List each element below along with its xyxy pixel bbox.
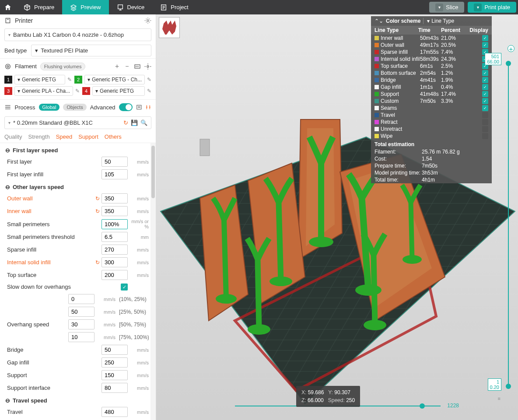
small-perimeters-threshold-input[interactable] bbox=[102, 232, 128, 242]
bed-type-dropdown[interactable]: ▾ Textured PEI Plate bbox=[31, 45, 151, 56]
overhang-input-0[interactable] bbox=[68, 294, 94, 304]
reset-icon[interactable]: ↻ bbox=[95, 208, 100, 214]
display-checkbox[interactable]: ✓ bbox=[482, 70, 488, 76]
edit-icon[interactable]: ✎ bbox=[67, 77, 72, 83]
reset-icon[interactable]: ↻ bbox=[95, 196, 100, 202]
list-icon[interactable] bbox=[136, 104, 142, 110]
edit-icon[interactable]: ✎ bbox=[147, 77, 151, 83]
support-input[interactable] bbox=[102, 370, 128, 380]
support-interface-input[interactable] bbox=[102, 383, 128, 393]
travel-input[interactable] bbox=[102, 407, 128, 417]
display-checkbox[interactable]: ✓ bbox=[482, 35, 488, 41]
tab-prepare[interactable]: Prepare bbox=[16, 0, 62, 14]
estimation-row: Filament:25.76 m 76.82 g bbox=[371, 148, 492, 155]
svg-rect-19 bbox=[200, 139, 210, 156]
slice-button[interactable]: ▾ Slice bbox=[429, 2, 464, 13]
inner-wall-input[interactable] bbox=[102, 206, 128, 216]
gear-icon[interactable] bbox=[144, 63, 151, 70]
overhang-input-3[interactable] bbox=[68, 332, 94, 342]
layers-icon bbox=[70, 4, 77, 11]
overhang-input-1[interactable] bbox=[68, 307, 94, 317]
color-scheme-dropdown[interactable]: ▾Line Type bbox=[423, 18, 488, 24]
layer-slider[interactable]: + 50166.00 10.20 ≡ bbox=[504, 61, 513, 389]
small-perimeters-input[interactable] bbox=[102, 219, 128, 229]
print-plate-button[interactable]: ▾ Print plate bbox=[468, 2, 516, 13]
reset-icon[interactable]: ↻ bbox=[123, 119, 128, 126]
filament-dropdown-1[interactable]: ▾Generic PETG bbox=[14, 75, 65, 84]
tab-support[interactable]: Support bbox=[78, 133, 98, 140]
preview-viewport[interactable]: ⌃⌄ Color scheme ▾Line Type Line Type Tim… bbox=[156, 14, 518, 420]
device-icon bbox=[117, 4, 124, 11]
reset-icon[interactable]: ↻ bbox=[95, 259, 100, 266]
filament-swatch-1[interactable]: 1 bbox=[4, 76, 12, 84]
display-checkbox[interactable]: ✓ bbox=[482, 105, 488, 111]
filament-swatch-3[interactable]: 3 bbox=[4, 87, 12, 95]
display-checkbox[interactable] bbox=[482, 126, 488, 132]
first-layer-input[interactable] bbox=[102, 157, 128, 167]
remove-filament-button[interactable]: － bbox=[124, 62, 130, 70]
filament-dropdown-2[interactable]: ▾Generic PETG - Ch... bbox=[84, 75, 145, 84]
display-checkbox[interactable]: ✓ bbox=[482, 77, 488, 83]
process-profile-dropdown[interactable]: ▾ * 0.20mm Standard @BBL X1C ↻ 💾 🔍 bbox=[4, 116, 151, 129]
display-checkbox[interactable] bbox=[482, 112, 488, 118]
tab-others[interactable]: Others bbox=[105, 133, 122, 140]
filament-swatch-4[interactable]: 4 bbox=[82, 87, 90, 95]
bridge-input[interactable] bbox=[102, 345, 128, 355]
filament-swatch-2[interactable]: 2 bbox=[74, 76, 82, 84]
display-checkbox[interactable]: ✓ bbox=[482, 84, 488, 90]
slow-overhangs-checkbox[interactable]: ✓ bbox=[121, 284, 128, 290]
plate-thumbnail[interactable] bbox=[159, 17, 180, 38]
advanced-toggle[interactable] bbox=[119, 103, 133, 111]
line-type-name: Wipe bbox=[381, 133, 420, 139]
display-checkbox[interactable]: ✓ bbox=[482, 98, 488, 104]
ams-icon[interactable] bbox=[134, 63, 141, 70]
global-pill[interactable]: Global bbox=[39, 104, 60, 111]
line-type-time: 41m48s bbox=[420, 91, 441, 97]
overhang-input-2[interactable] bbox=[68, 319, 94, 329]
first-layer-infill-input[interactable] bbox=[102, 169, 128, 179]
outer-wall-label: Outer wall bbox=[5, 195, 95, 202]
line-type-time: 2m54s bbox=[420, 70, 441, 76]
layer-lane-icon[interactable]: ≡ bbox=[498, 396, 500, 401]
compare-icon[interactable] bbox=[145, 104, 151, 110]
svg-point-5 bbox=[7, 66, 9, 67]
save-icon[interactable]: 💾 bbox=[131, 119, 138, 126]
outer-wall-input[interactable] bbox=[102, 193, 128, 203]
tab-device[interactable]: Device bbox=[109, 0, 153, 14]
top-surface-input[interactable] bbox=[102, 270, 128, 280]
gear-icon[interactable] bbox=[144, 17, 151, 24]
advanced-label: Advanced bbox=[90, 104, 116, 111]
svg-rect-2 bbox=[6, 18, 10, 23]
tab-quality[interactable]: Quality bbox=[4, 133, 22, 140]
objects-pill[interactable]: Objects bbox=[63, 104, 86, 111]
color-scheme-label: Color scheme bbox=[386, 18, 420, 24]
line-type-percent: 24.3% bbox=[441, 56, 482, 62]
tab-speed[interactable]: Speed bbox=[56, 133, 73, 140]
gap-infill-input[interactable] bbox=[102, 357, 128, 368]
tab-preview-label: Preview bbox=[80, 4, 101, 10]
tab-preview[interactable]: Preview bbox=[62, 0, 108, 14]
add-filament-button[interactable]: ＋ bbox=[114, 62, 120, 70]
internal-solid-infill-input[interactable] bbox=[102, 257, 128, 267]
flushing-volumes-button[interactable]: Flushing volumes bbox=[40, 63, 86, 70]
scrollbar[interactable] bbox=[150, 143, 156, 420]
tab-strength[interactable]: Strength bbox=[28, 133, 49, 140]
filament-dropdown-3[interactable]: ▾Generic PLA - Cha... bbox=[14, 86, 73, 96]
slow-overhangs-label: Slow down for overhangs bbox=[5, 284, 121, 290]
filament-dropdown-4[interactable]: ▾Generic PETG bbox=[92, 86, 145, 96]
expand-icon[interactable]: ⌃⌄ bbox=[374, 18, 383, 24]
edit-icon[interactable]: ✎ bbox=[147, 88, 151, 94]
display-checkbox[interactable] bbox=[482, 133, 488, 139]
tab-project[interactable]: Project bbox=[152, 0, 196, 14]
home-button[interactable] bbox=[0, 0, 16, 14]
display-checkbox[interactable]: ✓ bbox=[482, 91, 488, 97]
display-checkbox[interactable]: ✓ bbox=[482, 42, 488, 48]
edit-icon[interactable]: ✎ bbox=[75, 88, 80, 94]
sparse-infill-input[interactable] bbox=[102, 245, 128, 255]
search-icon[interactable]: 🔍 bbox=[140, 119, 147, 126]
printer-dropdown[interactable]: ▾ Bambu Lab X1 Carbon 0.4 nozzle - 0.6zh… bbox=[4, 28, 151, 41]
cube-icon bbox=[24, 4, 31, 11]
plus-icon[interactable]: + bbox=[508, 45, 514, 52]
display-checkbox[interactable] bbox=[482, 119, 488, 125]
svg-point-3 bbox=[147, 20, 149, 21]
